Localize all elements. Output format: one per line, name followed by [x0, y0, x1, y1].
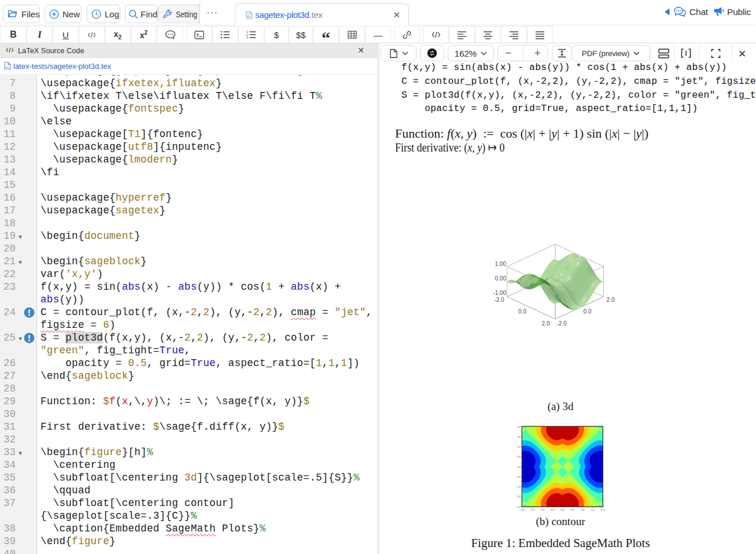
- svg-text:1.00: 1.00: [495, 261, 507, 267]
- svg-text:-1.5: -1.5: [530, 508, 535, 511]
- svg-text:-2.0: -2.0: [494, 297, 504, 303]
- svg-text:tex: tex: [5, 65, 9, 68]
- svg-text:1.5: 1.5: [517, 435, 521, 438]
- svg-text:-1.5: -1.5: [517, 495, 521, 498]
- svg-text:1.0: 1.0: [581, 508, 585, 511]
- svg-text:0.00: 0.00: [495, 275, 507, 282]
- svg-text:2.0: 2.0: [542, 320, 550, 327]
- svg-text:-1.00: -1.00: [493, 290, 506, 296]
- svg-text:2.0: 2.0: [607, 297, 615, 303]
- svg-text:0.0: 0.0: [518, 308, 526, 315]
- svg-text:0.5: 0.5: [571, 508, 575, 511]
- svg-text:-2.0: -2.0: [517, 505, 521, 508]
- svg-text:0.5: 0.5: [517, 455, 521, 458]
- svg-text:3: 3: [246, 36, 248, 39]
- svg-text:-1.0: -1.0: [517, 485, 521, 488]
- svg-text:0.0: 0.0: [561, 508, 565, 511]
- svg-text:2.0: 2.0: [517, 426, 521, 429]
- svg-text:2.0: 2.0: [601, 508, 605, 511]
- svg-text:-2.0: -2.0: [556, 320, 567, 327]
- svg-text:-2.0: -2.0: [520, 508, 525, 511]
- svg-text:-0.5: -0.5: [550, 508, 555, 511]
- svg-text:0.0: 0.0: [517, 466, 521, 468]
- svg-text:0.0: 0.0: [584, 308, 592, 315]
- svg-text:-0.5: -0.5: [517, 475, 521, 478]
- svg-text:-1.0: -1.0: [540, 508, 545, 511]
- svg-text:1.0: 1.0: [517, 445, 521, 448]
- svg-text:1.5: 1.5: [591, 508, 595, 511]
